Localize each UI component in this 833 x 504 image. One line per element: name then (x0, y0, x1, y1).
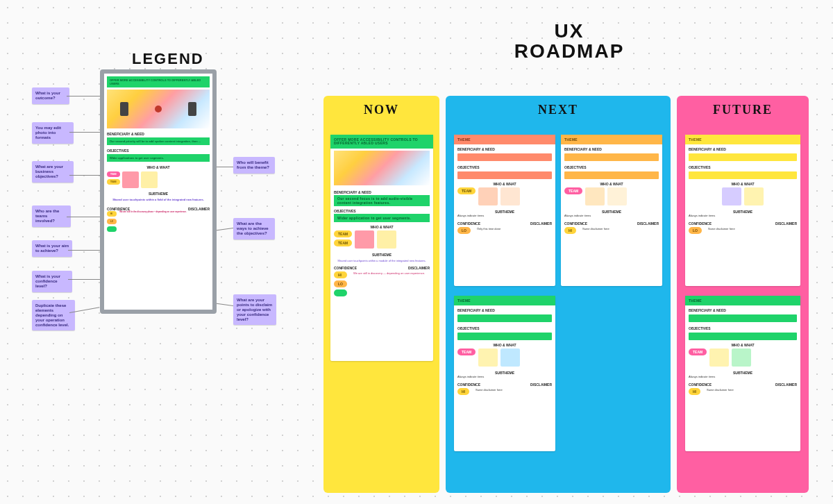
chip[interactable] (585, 187, 605, 205)
beneficiary-body: Our second focus is to add audio-visible… (334, 195, 430, 206)
legend-who-heading: WHO & WHAT (107, 165, 210, 169)
sticky-involved[interactable]: Who are the teams involved? (32, 205, 71, 227)
legend-subtheme-body: Shared user touchpoints within a field o… (107, 198, 210, 201)
connector (67, 96, 100, 96)
sticky-duplicate[interactable]: Duplicate these elements depending on yo… (32, 300, 75, 330)
beneficiary-label: BENEFICIARY & NEED (561, 144, 662, 152)
team-tag[interactable]: TEAM (564, 187, 582, 194)
legend-beneficiary-body: Our second priority will be to add spoke… (107, 137, 210, 145)
subtheme-body: Always indicate items (454, 214, 555, 220)
sticky-outcome[interactable]: What is your outcome? (32, 87, 69, 104)
disclaimer-label: DISCLAIMER (775, 383, 797, 387)
confidence-label: CONFIDENCE (689, 383, 712, 387)
disclaimer-body: Same disclaimer here (703, 388, 797, 395)
beneficiary-slot[interactable] (457, 314, 552, 322)
disclaimer-body: Same disclaimer here (705, 227, 797, 234)
objectives-label: OBJECTIVES (454, 324, 555, 331)
confidence-pill[interactable]: HI (689, 388, 700, 395)
confidence-go[interactable] (334, 289, 347, 296)
chip[interactable] (377, 230, 396, 249)
objectives-label: OBJECTIVES (685, 162, 800, 170)
objectives-slot[interactable] (689, 333, 797, 340)
disclaimer-label: DISCLAIMER (637, 221, 659, 226)
card-future-2[interactable]: THEME BENEFICIARY & NEED OBJECTIVES WHO … (685, 296, 800, 451)
objectives-label: OBJECTIVES (454, 162, 555, 170)
team-tag[interactable]: TEAM (457, 348, 476, 355)
column-next-header: NEXT (446, 96, 671, 124)
legend-disclaimer-body: We are still in the discovery phase – de… (119, 211, 186, 232)
sticky-aim[interactable]: What is your aim to achieve? (32, 240, 72, 257)
confidence-pill[interactable]: HI (564, 227, 576, 234)
chip[interactable] (722, 187, 741, 205)
disclaimer-body: We are still in discovery — depending on… (350, 271, 430, 296)
objectives-slot[interactable] (457, 333, 552, 340)
roadmap-title-line1: UX (555, 20, 584, 42)
objectives-slot[interactable] (457, 171, 552, 179)
sticky-format[interactable]: You may edit photo into formats (32, 122, 74, 144)
theme-bar: THEME (685, 296, 800, 305)
sticky-business[interactable]: What are your business objectives? (32, 161, 74, 183)
confidence-pill[interactable]: LO (689, 227, 702, 234)
roadmap-title: UX ROADMAP (486, 21, 653, 62)
sticky-disclaimer[interactable]: What are your points to disclaim or apol… (233, 294, 276, 325)
objectives-label: OBJECTIVES (330, 206, 433, 214)
card-next-3[interactable]: THEME BENEFICIARY & NEED OBJECTIVES WHO … (454, 296, 555, 451)
team-tag[interactable]: TEAM (334, 230, 352, 237)
chip[interactable] (355, 230, 374, 249)
legend-go-pill[interactable] (107, 226, 117, 232)
legend-lo-pill[interactable]: LO (107, 219, 117, 224)
sticky-ways[interactable]: What are the ways to achieve the objecti… (233, 218, 275, 240)
objectives-label: OBJECTIVES (561, 162, 662, 170)
hero-image (334, 151, 430, 185)
disclaimer-label: DISCLAIMER (530, 221, 552, 226)
legend-title: LEGEND (132, 50, 204, 68)
chip[interactable] (732, 348, 751, 367)
legend-team-pill-2[interactable]: TEAM (107, 179, 120, 185)
team-tag[interactable]: TEAM (457, 187, 476, 194)
objectives-slot[interactable] (564, 171, 659, 179)
sticky-benefit[interactable]: Who will benefit from the theme? (233, 157, 275, 174)
disclaimer-body: Only this time done (473, 227, 552, 234)
beneficiary-slot[interactable] (689, 314, 797, 322)
confidence-pill[interactable]: HI (457, 388, 469, 395)
card-now[interactable]: OFFER MORE ACCESSIBILITY CONTROLS TO DIF… (330, 135, 433, 361)
connector (69, 175, 100, 176)
confidence-hi[interactable]: HI (334, 271, 347, 278)
card-future-1[interactable]: THEME BENEFICIARY & NEED OBJECTIVES WHO … (685, 135, 800, 286)
chip[interactable] (709, 348, 729, 367)
chip[interactable] (478, 348, 498, 367)
theme-bar: OFFER MORE ACCESSIBILITY CONTROLS TO DIF… (330, 135, 433, 149)
confidence-lo[interactable]: LO (334, 280, 347, 287)
subtheme-body: Always indicate items (454, 375, 555, 381)
connector (67, 217, 100, 217)
chip[interactable] (607, 187, 627, 205)
column-future-header: FUTURE (677, 96, 809, 124)
legend-hi-pill[interactable]: HI (107, 211, 117, 217)
legend-card[interactable]: OFFER MORE ACCESSIBILITY CONTROLS TO DIF… (100, 69, 217, 314)
chip[interactable] (500, 348, 520, 367)
beneficiary-slot[interactable] (457, 153, 552, 161)
connector (68, 250, 100, 251)
objectives-slot[interactable] (689, 171, 797, 179)
card-next-1[interactable]: THEME BENEFICIARY & NEED OBJECTIVES WHO … (454, 135, 555, 286)
confidence-label: CONFIDENCE (564, 221, 587, 226)
disclaimer-label: DISCLAIMER (775, 221, 797, 226)
confidence-pill[interactable]: LO (457, 227, 471, 234)
chip[interactable] (478, 187, 498, 205)
beneficiary-label: BENEFICIARY & NEED (330, 187, 433, 195)
beneficiary-slot[interactable] (564, 153, 659, 161)
beneficiary-slot[interactable] (689, 153, 797, 161)
disclaimer-body: Same disclaimer here (472, 388, 552, 395)
confidence-label: CONFIDENCE (457, 383, 480, 387)
legend-objectives-heading: OBJECTIVES (107, 149, 210, 153)
legend-team-pill[interactable]: TEAM (107, 171, 120, 177)
chip[interactable] (500, 187, 520, 205)
card-next-2[interactable]: THEME BENEFICIARY & NEED OBJECTIVES WHO … (561, 135, 662, 286)
team-tag[interactable]: TEAM (334, 240, 352, 246)
legend-image (107, 90, 210, 128)
chip[interactable] (744, 187, 764, 205)
sticky-confidence[interactable]: What is your confidence level? (32, 271, 72, 292)
legend-chip[interactable] (141, 171, 158, 188)
team-tag[interactable]: TEAM (689, 348, 707, 355)
legend-chip[interactable] (122, 171, 139, 188)
